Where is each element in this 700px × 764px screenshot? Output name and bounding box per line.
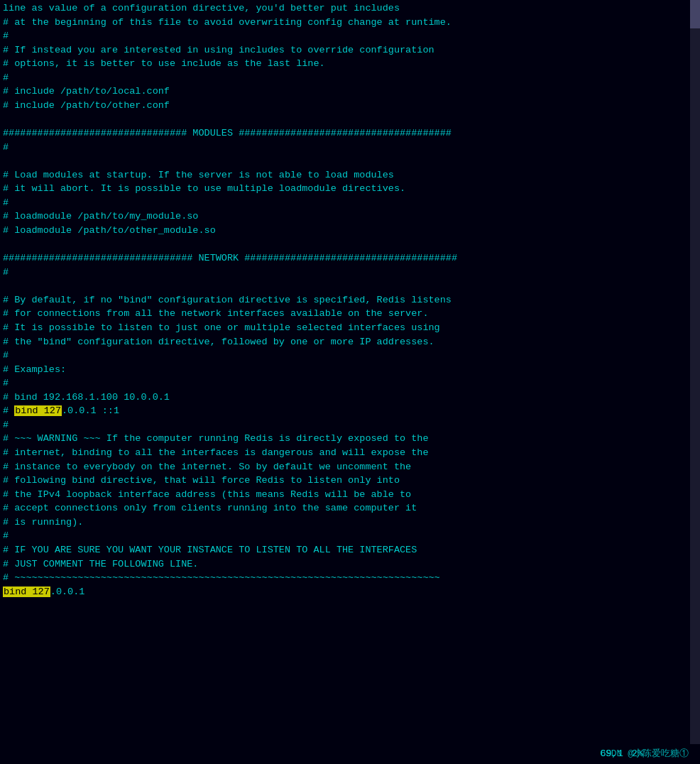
line-32: # ~~~ WARNING ~~~ If the computer runnin… bbox=[3, 432, 677, 446]
line-40: # IF YOU ARE SURE YOU WANT YOUR INSTANCE… bbox=[3, 543, 677, 557]
line-42: # ~~~~~~~~~~~~~~~~~~~~~~~~~~~~~~~~~~~~~~… bbox=[3, 571, 677, 585]
line-10: ################################ MODULES… bbox=[3, 126, 677, 141]
line-27: # Examples: bbox=[3, 363, 677, 377]
line-20: # bbox=[3, 266, 677, 280]
line-26: # bbox=[3, 349, 677, 363]
last-line-rest: .0.0.1 bbox=[50, 586, 85, 597]
last-line: bind 127.0.0.1 bbox=[3, 585, 677, 599]
line-3: # bbox=[3, 29, 677, 43]
line-39: # bbox=[3, 529, 677, 543]
line-14: # it will abort. It is possible to use m… bbox=[3, 182, 677, 196]
line-5: # options, it is better to use include a… bbox=[3, 57, 677, 71]
line-22: # By default, if no "bind" configuration… bbox=[3, 293, 677, 307]
line-36: # the IPv4 loopback interface address (t… bbox=[3, 488, 677, 502]
line-15: # bbox=[3, 196, 677, 210]
line-2: # at the beginning of this file to avoid… bbox=[3, 16, 677, 30]
line-16: # loadmodule /path/to/my_module.so bbox=[3, 209, 677, 224]
line-34: # instance to everybody on the internet.… bbox=[3, 460, 677, 474]
line-41: # JUST COMMENT THE FOLLOWING LINE. bbox=[3, 557, 677, 572]
status-bar: 69,1 2% bbox=[0, 744, 700, 764]
line-4: # If instead you are interested in using… bbox=[3, 43, 677, 58]
line-38: # is running). bbox=[3, 515, 677, 530]
line-29: # bind 192.168.1.100 10.0.0.1 bbox=[3, 391, 677, 405]
line-19: ################################# NETWOR… bbox=[3, 251, 677, 266]
line-6: # bbox=[3, 71, 677, 85]
line-1: line as value of a configuration directi… bbox=[3, 1, 677, 16]
line-24: # It is possible to listen to just one o… bbox=[3, 321, 677, 335]
line-30: # bind 127.0.0.1 ::1 bbox=[3, 404, 677, 418]
watermark: CSDN @小陈爱吃糖① bbox=[600, 748, 689, 761]
highlight-bind127-last: bind 127 bbox=[3, 586, 50, 597]
line-35: # following bind directive, that will fo… bbox=[3, 474, 677, 488]
line-37: # accept connections only from clients r… bbox=[3, 501, 677, 515]
line-21 bbox=[3, 279, 677, 293]
line-9 bbox=[3, 113, 677, 127]
line-11: # bbox=[3, 141, 677, 155]
line-18 bbox=[3, 238, 677, 252]
scrollbar-thumb[interactable] bbox=[690, 0, 700, 28]
line-25: # the "bind" configuration directive, fo… bbox=[3, 335, 677, 349]
line-8: # include /path/to/other.conf bbox=[3, 99, 677, 113]
scrollbar[interactable] bbox=[690, 0, 700, 764]
highlight-bind127-comment: bind 127 bbox=[14, 405, 62, 416]
line-7: # include /path/to/local.conf bbox=[3, 84, 677, 99]
line-28: # bbox=[3, 376, 677, 391]
line-23: # for connections from all the network i… bbox=[3, 307, 677, 321]
line-33: # internet, binding to all the interface… bbox=[3, 446, 677, 460]
line-12 bbox=[3, 154, 677, 168]
line-31: # bbox=[3, 418, 677, 432]
editor-container: line as value of a configuration directi… bbox=[0, 0, 700, 764]
code-area: line as value of a configuration directi… bbox=[0, 0, 682, 764]
line-17: # loadmodule /path/to/other_module.so bbox=[3, 224, 677, 238]
line-13: # Load modules at startup. If the server… bbox=[3, 168, 677, 182]
